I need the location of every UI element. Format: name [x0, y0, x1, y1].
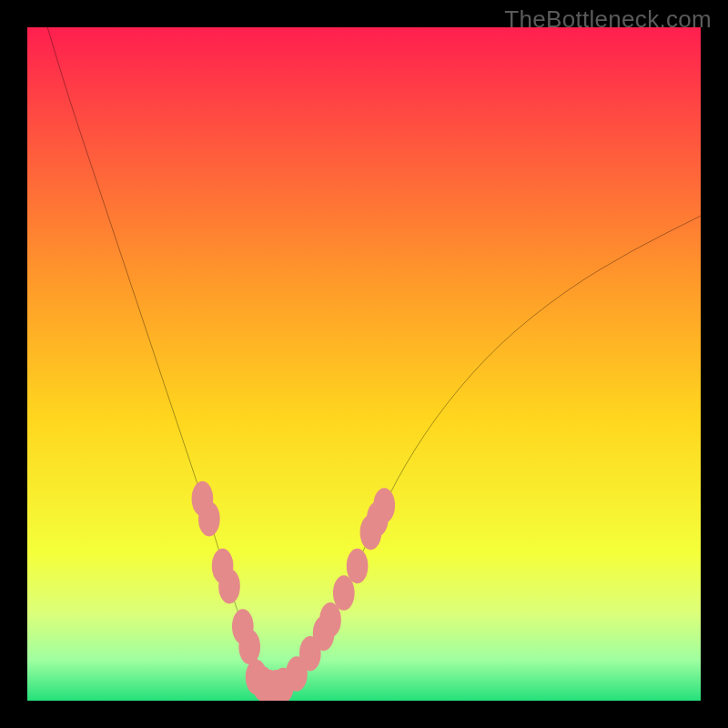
- marker-point: [238, 630, 260, 664]
- chart-svg: [27, 27, 701, 701]
- marker-point: [198, 501, 220, 536]
- marker-point: [373, 488, 395, 522]
- marker-point: [333, 575, 355, 610]
- bottleneck-curve: [47, 27, 701, 685]
- highlighted-points: [192, 481, 395, 701]
- marker-point: [319, 602, 341, 637]
- marker-point: [218, 569, 240, 603]
- chart-frame: TheBottleneck.com: [0, 0, 728, 728]
- watermark-text: TheBottleneck.com: [504, 5, 712, 34]
- plot-area: [27, 27, 701, 701]
- marker-point: [347, 549, 369, 583]
